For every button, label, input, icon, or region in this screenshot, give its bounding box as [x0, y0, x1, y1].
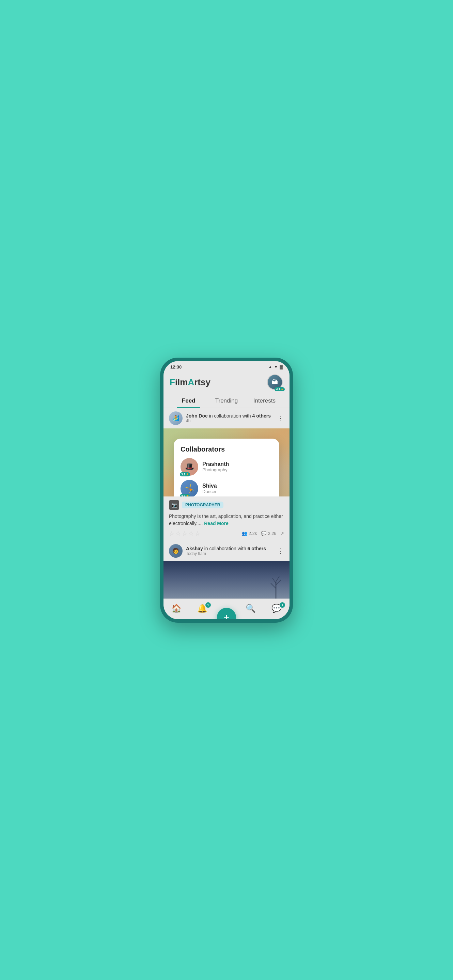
- post1-author: John Doe in collaboration with 4 others: [186, 413, 274, 418]
- collaborators-title: Collaborators: [180, 445, 273, 453]
- collaborator-name-prashanth: Prashanth: [202, 461, 229, 467]
- post1-header: 🏄 John Doe in collaboration with 4 other…: [163, 408, 290, 428]
- collaborator-role-prashanth: Photography: [202, 467, 229, 472]
- svg-line-4: [276, 576, 279, 582]
- post1-meta: John Doe in collaboration with 4 others …: [186, 413, 274, 423]
- post1-image: Collaborators 🎩 3.2 ★ Prashanth Photogra…: [163, 428, 290, 496]
- comments-stat: 💬 2.2k: [261, 531, 276, 536]
- post2-menu-button[interactable]: ⋮: [277, 547, 284, 555]
- post2-image: [163, 561, 290, 598]
- post1-stats: 👥 2.2k 💬 2.2k ↗: [242, 531, 284, 536]
- post2-header: 🧑 Akshay in collaboration with 6 others …: [163, 541, 290, 561]
- search-icon: 🔍: [246, 604, 256, 613]
- signal-icon: ▲: [268, 364, 272, 369]
- collaborator-item-shiva[interactable]: 🤸 3.2 ★ Shiva Dancer: [180, 480, 273, 496]
- status-time: 12:30: [170, 364, 182, 369]
- comments-count: 2.2k: [268, 531, 276, 536]
- battery-icon: ▓: [280, 364, 283, 369]
- app-header: FilmArtsy 🏔 4.2 ★: [163, 372, 290, 394]
- post1-stars[interactable]: ☆ ☆ ☆ ☆ ☆: [169, 530, 200, 537]
- comments-icon: 💬: [261, 531, 266, 536]
- category-badge: PHOTOGRAPHER: [182, 501, 223, 508]
- create-fab-button[interactable]: +: [217, 608, 236, 619]
- post1-rating-row: ☆ ☆ ☆ ☆ ☆ 👥 2.2k 💬 2.2k ↗: [169, 530, 284, 537]
- collaborator-rating-shiva: 3.2 ★: [180, 494, 190, 496]
- share-icon: ↗: [280, 531, 284, 536]
- wifi-icon: ▼: [274, 364, 278, 369]
- nav-notifications[interactable]: 🔔 1: [190, 602, 214, 614]
- nav-home[interactable]: 🏠: [164, 602, 188, 614]
- collaborator-item-prashanth[interactable]: 🎩 3.2 ★ Prashanth Photography: [180, 458, 273, 476]
- post2-image-overlay: [163, 561, 290, 598]
- collaborator-avatar-wrap-prashanth: 🎩 3.2 ★: [180, 458, 198, 476]
- camera-icon: 📷: [169, 500, 179, 510]
- phone-frame: 12:30 ▲ ▼ ▓ FilmArtsy 🏔 4.2 ★ Feed: [160, 358, 293, 623]
- notifications-badge: 1: [206, 602, 211, 608]
- read-more-link[interactable]: Read More: [204, 520, 228, 526]
- views-count: 2.2k: [249, 531, 257, 536]
- tab-trending[interactable]: Trending: [207, 394, 245, 408]
- collaborator-name-shiva: Shiva: [202, 483, 217, 489]
- nav-tabs: Feed Trending Interests: [163, 394, 290, 408]
- logo-f: F: [170, 377, 175, 387]
- tab-interests[interactable]: Interests: [246, 394, 283, 408]
- star-3: ☆: [182, 530, 187, 537]
- header-star-icon: ★: [281, 388, 283, 391]
- collaborator-info-shiva: Shiva Dancer: [202, 483, 217, 494]
- category-row: 📷 PHOTOGRAPHER: [169, 500, 284, 510]
- star-4: ☆: [188, 530, 194, 537]
- home-icon: 🏠: [171, 604, 182, 613]
- post2-time: Today 9am: [186, 551, 274, 556]
- share-stat[interactable]: ↗: [280, 531, 284, 536]
- post1-description: Photography is the art, application, and…: [169, 513, 284, 527]
- collaborator-role-shiva: Dancer: [202, 489, 217, 494]
- tree-silhouette-icon: [269, 575, 283, 598]
- post1-avatar[interactable]: 🏄: [169, 411, 183, 425]
- user-avatar-header[interactable]: 🏔 4.2 ★: [267, 374, 283, 391]
- phone-screen: 12:30 ▲ ▼ ▓ FilmArtsy 🏔 4.2 ★ Feed: [163, 361, 290, 619]
- star-5: ☆: [195, 530, 200, 537]
- collaborator-avatar-wrap-shiva: 🤸 3.2 ★: [180, 480, 198, 496]
- views-stat: 👥 2.2k: [242, 531, 257, 536]
- collaborator-info-prashanth: Prashanth Photography: [202, 461, 229, 472]
- star-2: ☆: [175, 530, 181, 537]
- post2-avatar[interactable]: 🧑: [169, 544, 183, 558]
- post1-content: 📷 PHOTOGRAPHER Photography is the art, a…: [163, 496, 290, 541]
- post1-time: 4h: [186, 418, 274, 423]
- logo-a: A: [188, 377, 194, 387]
- collab-star-prashanth: ★: [186, 473, 189, 476]
- svg-line-1: [271, 583, 276, 588]
- collaborator-rating-prashanth: 3.2 ★: [180, 472, 190, 476]
- nav-search[interactable]: 🔍: [239, 602, 263, 614]
- post2-collab-text: in collaboration with: [204, 546, 247, 551]
- post1-collab-text: in collaboration with: [209, 413, 252, 418]
- status-icons: ▲ ▼ ▓: [268, 364, 283, 369]
- views-icon: 👥: [242, 531, 247, 536]
- status-bar: 12:30 ▲ ▼ ▓: [163, 361, 290, 372]
- messages-badge: 1: [280, 602, 285, 608]
- collaborators-popup: Collaborators 🎩 3.2 ★ Prashanth Photogra…: [174, 439, 279, 496]
- post1-menu-button[interactable]: ⋮: [277, 414, 284, 422]
- star-1: ☆: [169, 530, 174, 537]
- svg-line-3: [273, 578, 276, 583]
- post2-meta: Akshay in collaboration with 6 others To…: [186, 546, 274, 556]
- header-rating-badge: 4.2 ★: [274, 387, 285, 391]
- post2-author: Akshay in collaboration with 6 others: [186, 546, 274, 551]
- tab-feed[interactable]: Feed: [170, 394, 207, 408]
- nav-messages[interactable]: 💬 1: [265, 602, 289, 614]
- app-logo: FilmArtsy: [170, 377, 211, 388]
- collab-star-shiva: ★: [186, 495, 189, 496]
